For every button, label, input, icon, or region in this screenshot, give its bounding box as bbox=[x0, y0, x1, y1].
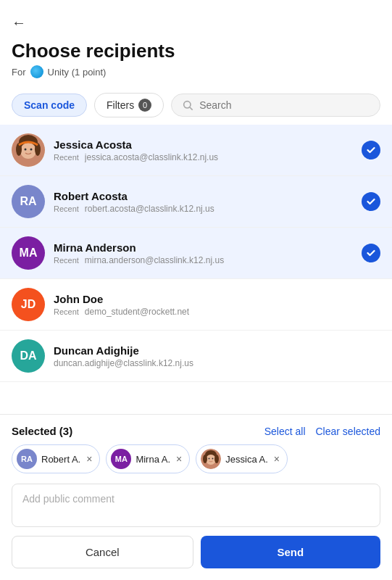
chip-avatar bbox=[201, 449, 221, 469]
jessica-chip-avatar-svg bbox=[201, 449, 221, 469]
search-icon bbox=[182, 99, 193, 111]
avatar: JD bbox=[12, 288, 45, 321]
recipient-meta: duncan.adighije@classlink.k12.nj.us bbox=[54, 358, 380, 368]
recipient-email: duncan.adighije@classlink.k12.nj.us bbox=[54, 358, 193, 368]
svg-point-7 bbox=[25, 149, 27, 151]
recipient-name: Robert Acosta bbox=[54, 190, 353, 202]
scan-code-button[interactable]: Scan code bbox=[12, 94, 87, 117]
filters-label: Filters bbox=[107, 99, 134, 111]
selected-count: Selected (3) bbox=[12, 425, 72, 437]
svg-point-13 bbox=[214, 455, 219, 463]
recipient-item[interactable]: MA Mirna Anderson Recent mirna.anderson@… bbox=[0, 228, 392, 279]
recipient-name: Mirna Anderson bbox=[54, 241, 353, 254]
chip-name: Jessica A. bbox=[225, 454, 268, 465]
bottom-panel: Selected (3) Select all Clear selected R… bbox=[0, 414, 392, 580]
page-title: Choose recipients bbox=[12, 40, 380, 62]
checkmark-icon bbox=[366, 196, 376, 207]
svg-point-11 bbox=[206, 455, 216, 465]
check-circle bbox=[362, 244, 380, 262]
filters-badge: 0 bbox=[138, 99, 151, 112]
avatar: RA bbox=[12, 185, 45, 218]
search-input[interactable] bbox=[199, 99, 370, 111]
recipient-item[interactable]: DA Duncan Adighije duncan.adighije@class… bbox=[0, 331, 392, 382]
send-button[interactable]: Send bbox=[201, 536, 381, 568]
recipient-item[interactable]: JD John Doe Recent demo_student@rockett.… bbox=[0, 279, 392, 331]
recipient-info: John Doe Recent demo_student@rockett.net bbox=[54, 293, 380, 317]
page: ← Choose recipients For Unity (1 point) … bbox=[0, 0, 392, 580]
recipient-item[interactable]: Jessica Acosta Recent jessica.acosta@cla… bbox=[0, 125, 392, 176]
recipient-meta: Recent jessica.acosta@classlink.k12.nj.u… bbox=[54, 152, 353, 162]
recipient-meta: Recent robert.acosta@classlink.k12.nj.us bbox=[54, 204, 353, 214]
recipient-name: Duncan Adighije bbox=[54, 344, 380, 357]
chip-avatar: MA bbox=[111, 449, 131, 469]
selected-chips: RA Robert A. × MA Mirna A. × bbox=[12, 444, 380, 473]
header: ← Choose recipients For Unity (1 point) bbox=[0, 0, 392, 93]
chip-remove-button[interactable]: × bbox=[176, 454, 182, 464]
chip-mirna[interactable]: MA Mirna A. × bbox=[106, 444, 190, 473]
comment-box[interactable]: Add public comment bbox=[12, 484, 380, 527]
recipient-info: Robert Acosta Recent robert.acosta@class… bbox=[54, 190, 353, 214]
recipient-info: Jessica Acosta Recent jessica.acosta@cla… bbox=[54, 138, 353, 162]
filters-button[interactable]: Filters 0 bbox=[94, 93, 164, 117]
svg-point-4 bbox=[20, 143, 36, 159]
recipient-item[interactable]: RA Robert Acosta Recent robert.acosta@cl… bbox=[0, 176, 392, 228]
chip-robert[interactable]: RA Robert A. × bbox=[12, 444, 100, 473]
recipient-meta: Recent mirna.anderson@classlink.k12.nj.u… bbox=[54, 255, 353, 265]
cancel-button[interactable]: Cancel bbox=[12, 536, 193, 568]
recipient-name: Jessica Acosta bbox=[54, 138, 353, 151]
chip-remove-button[interactable]: × bbox=[274, 454, 280, 464]
unity-label: Unity (1 point) bbox=[48, 67, 107, 78]
recipients-list: Jessica Acosta Recent jessica.acosta@cla… bbox=[0, 125, 392, 414]
recipient-email: mirna.anderson@classlink.k12.nj.us bbox=[85, 255, 224, 265]
back-arrow-icon: ← bbox=[12, 14, 26, 31]
clear-selected-button[interactable]: Clear selected bbox=[316, 426, 381, 437]
chip-name: Robert A. bbox=[41, 454, 80, 465]
select-all-button[interactable]: Select all bbox=[264, 426, 306, 437]
recipient-info: Mirna Anderson Recent mirna.anderson@cla… bbox=[54, 241, 353, 265]
jessica-avatar-svg bbox=[12, 133, 45, 167]
svg-point-14 bbox=[209, 458, 210, 460]
recipient-email: demo_student@rockett.net bbox=[85, 307, 189, 317]
chip-name: Mirna A. bbox=[135, 454, 170, 465]
unity-icon bbox=[30, 65, 43, 78]
recent-badge: Recent bbox=[54, 204, 79, 213]
selected-header: Selected (3) Select all Clear selected bbox=[12, 425, 380, 437]
svg-point-8 bbox=[30, 149, 33, 151]
recipient-info: Duncan Adighije duncan.adighije@classlin… bbox=[54, 344, 380, 368]
chip-remove-button[interactable]: × bbox=[86, 454, 92, 464]
avatar: MA bbox=[12, 236, 45, 270]
recent-badge: Recent bbox=[54, 153, 79, 162]
for-label: For bbox=[12, 67, 26, 78]
svg-line-1 bbox=[190, 107, 193, 110]
checkmark-icon bbox=[366, 145, 376, 155]
header-actions: Select all Clear selected bbox=[264, 426, 380, 437]
chip-avatar: RA bbox=[17, 449, 37, 469]
back-button[interactable]: ← bbox=[12, 12, 26, 34]
recent-badge: Recent bbox=[54, 307, 79, 316]
svg-point-12 bbox=[203, 455, 207, 463]
recipient-name: John Doe bbox=[54, 293, 380, 305]
avatar bbox=[12, 133, 45, 167]
svg-point-15 bbox=[212, 458, 214, 460]
search-box bbox=[171, 94, 380, 117]
recipient-email: jessica.acosta@classlink.k12.nj.us bbox=[85, 152, 218, 162]
recipient-email: robert.acosta@classlink.k12.nj.us bbox=[85, 204, 214, 214]
for-row: For Unity (1 point) bbox=[12, 65, 380, 78]
comment-placeholder: Add public comment bbox=[22, 493, 114, 505]
avatar: DA bbox=[12, 339, 45, 373]
chip-jessica[interactable]: Jessica A. × bbox=[196, 444, 288, 473]
check-circle bbox=[362, 192, 380, 211]
recipient-meta: Recent demo_student@rockett.net bbox=[54, 307, 380, 317]
checkmark-icon bbox=[366, 248, 376, 258]
action-buttons: Cancel Send bbox=[12, 536, 380, 580]
check-circle bbox=[362, 141, 380, 160]
recent-badge: Recent bbox=[54, 256, 79, 265]
toolbar: Scan code Filters 0 bbox=[0, 93, 392, 125]
svg-point-0 bbox=[184, 102, 191, 108]
